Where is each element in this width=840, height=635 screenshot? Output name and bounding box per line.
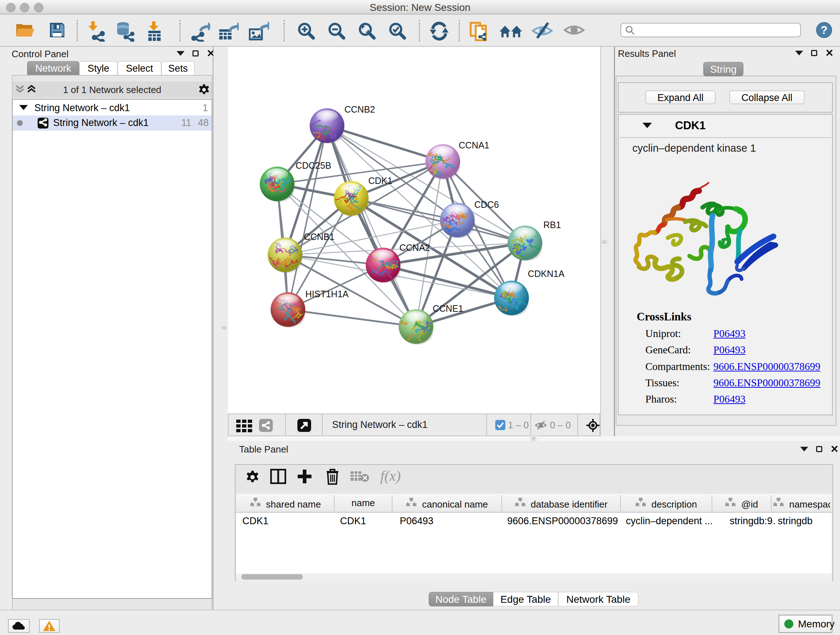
svg-text:CCNA2: CCNA2 [399,242,430,253]
svg-text:HIST1H1A: HIST1H1A [305,289,349,299]
svg-text:CCNB2: CCNB2 [344,104,375,114]
svg-text:CDC25B: CDC25B [295,160,332,171]
svg-text:CCNA1: CCNA1 [459,140,489,150]
svg-text:CDC6: CDC6 [474,200,499,210]
svg-text:RB1: RB1 [543,220,561,230]
svg-text:CCNB1: CCNB1 [304,232,335,242]
svg-text:CCNE1: CCNE1 [433,303,463,314]
svg-text:CDKN1A: CDKN1A [528,269,565,279]
svg-text:CDK1: CDK1 [368,176,393,186]
